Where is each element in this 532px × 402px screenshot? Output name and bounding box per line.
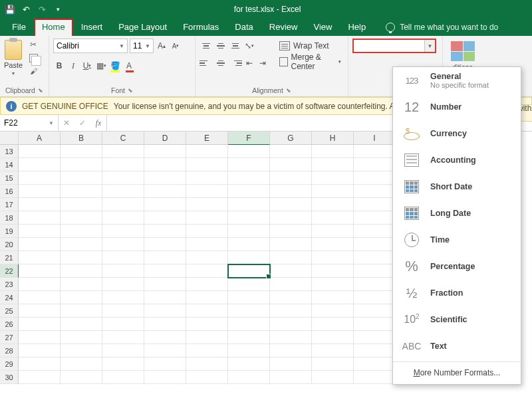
- column-header[interactable]: C: [102, 132, 144, 145]
- tab-home[interactable]: Home: [34, 19, 73, 36]
- cell[interactable]: [61, 264, 102, 278]
- cell[interactable]: [102, 344, 144, 357]
- cell[interactable]: [270, 211, 312, 225]
- cell[interactable]: [228, 145, 270, 158]
- cell[interactable]: [354, 225, 396, 238]
- cell[interactable]: [312, 357, 354, 371]
- cell[interactable]: [61, 318, 102, 331]
- font-dialog-icon[interactable]: ⬊: [128, 87, 133, 94]
- cell[interactable]: [228, 291, 270, 304]
- cell[interactable]: [228, 264, 270, 278]
- row-header[interactable]: 18: [0, 211, 19, 225]
- column-header[interactable]: I: [354, 132, 396, 145]
- cell[interactable]: [61, 158, 102, 171]
- number-format-text[interactable]: ABCText: [393, 333, 521, 359]
- cell[interactable]: [102, 331, 144, 344]
- cell[interactable]: [270, 264, 312, 278]
- number-format-scientific[interactable]: 102Scientific: [393, 306, 521, 333]
- font-size-combo[interactable]: 11▼: [130, 39, 154, 53]
- cell[interactable]: [19, 238, 61, 251]
- column-header[interactable]: A: [19, 132, 61, 145]
- cell[interactable]: [19, 291, 61, 304]
- cell[interactable]: [144, 304, 186, 318]
- row-header[interactable]: 16: [0, 185, 19, 198]
- cell[interactable]: [270, 371, 312, 384]
- cell[interactable]: [102, 318, 144, 331]
- cell[interactable]: [312, 318, 354, 331]
- cell[interactable]: [354, 304, 396, 318]
- cell[interactable]: [61, 291, 102, 304]
- cell[interactable]: [186, 318, 228, 331]
- cell[interactable]: [186, 264, 228, 278]
- cell[interactable]: [186, 238, 228, 251]
- cell[interactable]: [228, 185, 270, 198]
- cell[interactable]: [102, 198, 144, 211]
- cell[interactable]: [19, 171, 61, 185]
- align-center-button[interactable]: [214, 56, 227, 70]
- cell[interactable]: [270, 225, 312, 238]
- cell[interactable]: [354, 371, 396, 384]
- cell[interactable]: [144, 198, 186, 211]
- row-header[interactable]: 26: [0, 318, 19, 331]
- font-name-combo[interactable]: Calibri▼: [53, 39, 128, 53]
- cell[interactable]: [354, 171, 396, 185]
- cell[interactable]: [19, 371, 61, 384]
- enter-formula-button[interactable]: ✓: [74, 118, 90, 128]
- cell[interactable]: [102, 264, 144, 278]
- cell[interactable]: [270, 357, 312, 371]
- cell[interactable]: [61, 371, 102, 384]
- cell[interactable]: [270, 145, 312, 158]
- row-header[interactable]: 21: [0, 251, 19, 264]
- row-header[interactable]: 25: [0, 304, 19, 318]
- cell[interactable]: [354, 238, 396, 251]
- cell[interactable]: [61, 145, 102, 158]
- cell[interactable]: [228, 198, 270, 211]
- increase-indent-button[interactable]: ⇥: [257, 56, 269, 70]
- number-format-general[interactable]: 123GeneralNo specific format: [393, 67, 521, 94]
- cell[interactable]: [312, 158, 354, 171]
- cell[interactable]: [270, 251, 312, 264]
- font-color-button[interactable]: A: [123, 58, 135, 73]
- cell[interactable]: [19, 211, 61, 225]
- cell[interactable]: [144, 158, 186, 171]
- cell[interactable]: [186, 185, 228, 198]
- row-header[interactable]: 29: [0, 357, 19, 371]
- cell[interactable]: [61, 211, 102, 225]
- number-format-shortdate[interactable]: Short Date: [393, 173, 521, 200]
- cell[interactable]: [186, 198, 228, 211]
- cell[interactable]: [270, 344, 312, 357]
- cell[interactable]: [186, 211, 228, 225]
- cell[interactable]: [228, 225, 270, 238]
- cell[interactable]: [312, 304, 354, 318]
- cell[interactable]: [19, 318, 61, 331]
- cell[interactable]: [19, 278, 61, 291]
- insert-function-button[interactable]: fx: [90, 118, 106, 128]
- cell[interactable]: [354, 357, 396, 371]
- number-format-accounting[interactable]: Accounting: [393, 147, 521, 173]
- cell[interactable]: [312, 171, 354, 185]
- cell[interactable]: [270, 238, 312, 251]
- cell[interactable]: [186, 171, 228, 185]
- cell[interactable]: [19, 251, 61, 264]
- cell[interactable]: [228, 251, 270, 264]
- cell[interactable]: [186, 344, 228, 357]
- align-right-button[interactable]: [229, 56, 242, 70]
- cell[interactable]: [270, 278, 312, 291]
- cell[interactable]: [19, 264, 61, 278]
- align-middle-button[interactable]: [214, 39, 227, 52]
- row-header[interactable]: 22: [0, 264, 19, 278]
- cell[interactable]: [354, 344, 396, 357]
- column-header[interactable]: F: [228, 132, 270, 145]
- number-format-combo[interactable]: ▼: [352, 39, 436, 53]
- number-format-currency[interactable]: Currency: [393, 120, 521, 147]
- cell[interactable]: [61, 225, 102, 238]
- row-header[interactable]: 30: [0, 371, 19, 384]
- cell[interactable]: [186, 225, 228, 238]
- clipboard-dialog-icon[interactable]: ⬊: [38, 87, 43, 94]
- cell[interactable]: [61, 344, 102, 357]
- cell[interactable]: [144, 145, 186, 158]
- cell[interactable]: [19, 185, 61, 198]
- cell[interactable]: [228, 171, 270, 185]
- cell[interactable]: [102, 304, 144, 318]
- cell[interactable]: [354, 331, 396, 344]
